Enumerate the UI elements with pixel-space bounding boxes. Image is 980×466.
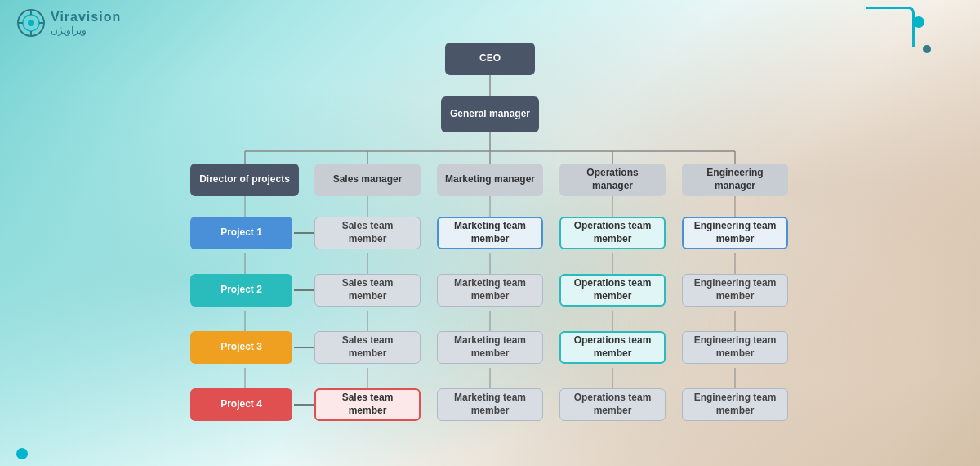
background-overlay [0,0,980,466]
